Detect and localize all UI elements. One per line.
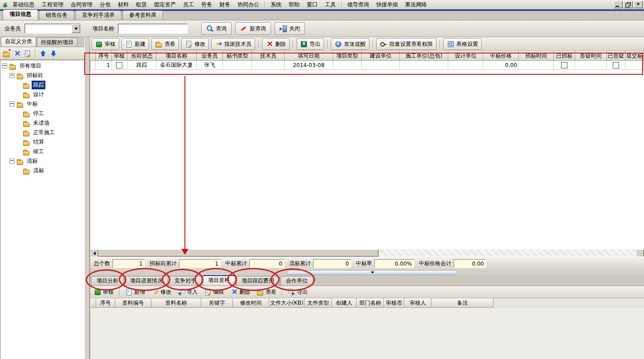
dcol-file-size[interactable]: 文件大小(KB) — [269, 299, 305, 308]
tab-competitors[interactable]: 竞争对手 — [169, 276, 202, 286]
table-settings-button[interactable]: 表格设置 — [443, 38, 482, 50]
view-button[interactable]: 查看 — [151, 38, 179, 50]
menu-item-employee[interactable]: 员工 — [180, 0, 197, 9]
menu-item-subcontract[interactable]: 分包 — [97, 0, 114, 9]
detail-export-button[interactable]: 导出 — [286, 287, 310, 297]
tree-node-label[interactable]: 结算 — [32, 138, 45, 146]
chevron-down-icon[interactable] — [72, 24, 80, 33]
menu-item-basic-info[interactable]: 基础信息 — [10, 0, 38, 9]
detail-add-button[interactable]: 新增 — [123, 287, 147, 297]
dcol-approved[interactable]: 审核否 — [384, 299, 404, 308]
tree-node-label[interactable]: 流标 — [25, 157, 39, 165]
col-contractor-unit[interactable]: 施工单位(总包) — [400, 52, 448, 61]
tree-node-suspended[interactable]: 停工 — [0, 109, 84, 118]
scrollbar-thumb[interactable] — [98, 249, 378, 257]
tree-node-label[interactable]: 竣工 — [32, 147, 45, 156]
col-bid-opened[interactable]: 已招标 — [553, 52, 575, 61]
tree-node-label[interactable]: 设计 — [32, 90, 45, 99]
menu-item-help[interactable]: 帮助 — [286, 0, 303, 9]
tab-custom-category[interactable]: 自定义分类 — [1, 37, 36, 47]
query-button[interactable]: 查询 — [201, 22, 232, 35]
tree-node-lost-bid-child[interactable]: 流标 — [0, 166, 84, 175]
tab-project-analysis[interactable]: 项目分析 — [91, 276, 124, 286]
table-row[interactable]: 1 跟踪 金石国际大厦 张飞 2014-03-08 0.00 — [91, 61, 644, 70]
scrollbar-track[interactable] — [378, 249, 636, 257]
delete-button[interactable]: 删除 — [262, 38, 290, 50]
tree-node-label-selected[interactable]: 跟踪 — [32, 81, 45, 89]
tree-node-label[interactable]: 正常施工 — [32, 128, 56, 137]
export-button[interactable]: 导出 — [296, 38, 324, 50]
tab-tracking-costs[interactable]: 项目跟踪费用 — [236, 276, 280, 286]
tab-reminder-projects[interactable]: 待提醒的项目 — [37, 38, 77, 47]
tab-partner-units[interactable]: 合作单位 — [281, 276, 313, 286]
col-status[interactable]: 当前状态 — [127, 52, 156, 61]
close-view-button[interactable]: 关闭 — [275, 22, 305, 35]
move-down-icon[interactable] — [50, 50, 57, 57]
tab-project-documents[interactable]: 项目资料 — [203, 275, 235, 286]
menu-item-tools[interactable]: 工具 — [322, 0, 339, 9]
menu-item-system[interactable]: 系统 — [267, 0, 285, 9]
col-seq[interactable]: 序号 — [96, 52, 111, 61]
collapse-icon[interactable] — [10, 102, 15, 107]
dcol-approver[interactable]: 审核人 — [404, 299, 431, 308]
tab-reference-library[interactable]: 参考资料库 — [122, 10, 163, 20]
dcol-modified-time[interactable]: 修改时间 — [233, 299, 269, 308]
tree-node-label[interactable]: 中标 — [25, 100, 39, 108]
col-fill-date[interactable]: 填写日期 — [285, 52, 333, 61]
tab-competitor-list[interactable]: 竞争对手清单 — [75, 10, 121, 20]
menu-item-engineering[interactable]: 工程管理 — [39, 0, 67, 9]
move-up-icon[interactable] — [39, 50, 47, 57]
menu-item-material[interactable]: 材料 — [115, 0, 132, 9]
collapse-icon[interactable] — [10, 73, 15, 78]
approve-button[interactable]: 审核 — [92, 38, 119, 50]
collapse-pane-handle[interactable] — [287, 270, 458, 275]
assign-technician-button[interactable]: 指派技术员 — [211, 38, 255, 50]
col-bid-time[interactable]: 招标时间 — [519, 52, 554, 61]
tree-node-not-entered[interactable]: 未进场 — [0, 118, 84, 128]
collapse-icon[interactable] — [10, 159, 15, 164]
col-qa-time[interactable]: 答疑时间 — [575, 52, 607, 61]
tree-node-label[interactable]: 未进场 — [32, 119, 51, 127]
col-construction-unit[interactable]: 建设单位 — [362, 52, 400, 61]
tree-node-label[interactable]: 流标 — [32, 166, 45, 175]
new-button[interactable]: 新建 — [121, 38, 149, 50]
detail-edit-button[interactable]: 编辑 — [202, 287, 226, 297]
tree-node-completed[interactable]: 竣工 — [0, 147, 84, 156]
menu-item-quick-docs[interactable]: 快捷单据 — [373, 0, 401, 9]
col-design-unit[interactable]: 设计单位 — [448, 52, 483, 61]
detail-view-button[interactable]: 查看 — [255, 287, 278, 297]
col-project-name[interactable]: 项目名称 — [156, 52, 197, 61]
project-name-field[interactable] — [118, 24, 188, 34]
approved-checkbox[interactable] — [116, 62, 122, 68]
menu-item-window[interactable]: 窗口 — [304, 0, 321, 9]
tree-node-settlement[interactable]: 结算 — [0, 137, 84, 147]
col-bid-doc-type[interactable]: 标书类型 — [223, 52, 252, 61]
dcol-file-type[interactable]: 文件类型 — [305, 299, 332, 308]
dcol-doc-no[interactable]: 资料编号 — [115, 299, 151, 308]
tree-node-normal-construction[interactable]: 正常施工 — [0, 128, 84, 137]
tree-node-won-bid[interactable]: 中标 — [0, 99, 84, 109]
close-button[interactable]: × — [634, 1, 643, 8]
col-technician[interactable]: 技术员 — [252, 52, 285, 61]
menu-item-lease[interactable]: 租赁 — [133, 0, 150, 9]
horizontal-scrollbar[interactable] — [90, 249, 644, 257]
sidebar-splitter[interactable] — [84, 37, 90, 359]
menu-item-leader-query[interactable]: 领导查询 — [344, 0, 372, 9]
dcol-seq[interactable]: 序号 — [96, 299, 115, 308]
batch-permission-button[interactable]: 批量设置查看权限 — [376, 38, 436, 50]
dcol-creator[interactable]: 创建人 — [332, 299, 357, 308]
detail-modify-button[interactable]: 修改 — [150, 287, 173, 297]
col-salesman[interactable]: 业务员 — [197, 52, 223, 61]
restore-button[interactable] — [624, 1, 633, 8]
tree-node-lost-bid[interactable]: 流标 — [0, 156, 84, 166]
tree-node-all-projects[interactable]: 所有项目 — [0, 61, 84, 71]
col-bid-price[interactable]: 中标价格 — [483, 52, 519, 61]
modify-button[interactable]: 修改 — [181, 38, 209, 50]
dcol-doc-name[interactable]: 资料名称 — [151, 299, 201, 308]
tree-node-label[interactable]: 停工 — [32, 109, 45, 118]
new-folder-icon[interactable]: * — [3, 50, 10, 57]
project-name-input[interactable] — [118, 24, 187, 33]
detail-import-button[interactable]: 导入 — [176, 287, 199, 297]
tree-node-label[interactable]: 招标前 — [25, 71, 44, 80]
send-reminder-button[interactable]: 发送提醒 — [331, 38, 369, 50]
